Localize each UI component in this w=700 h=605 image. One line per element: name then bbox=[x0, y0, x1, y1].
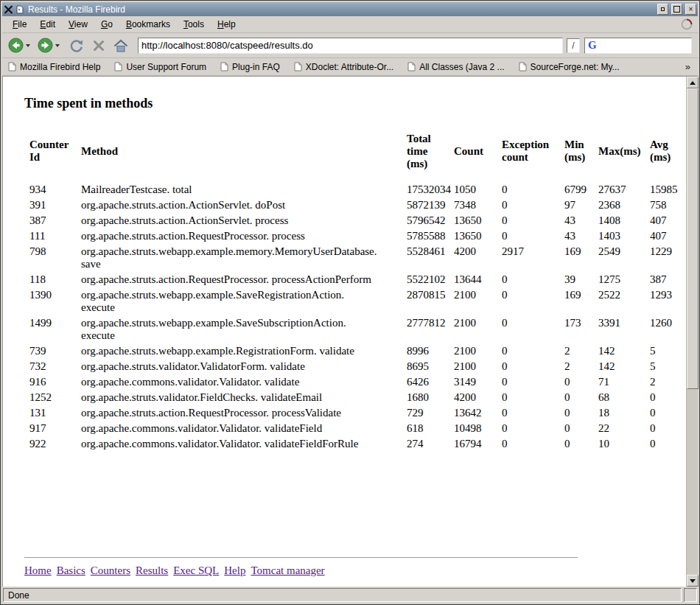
cell-exception-count: 0 bbox=[502, 390, 564, 405]
cell-avg: 0 bbox=[650, 421, 686, 436]
url-go-button[interactable]: / bbox=[567, 38, 580, 53]
url-bar[interactable] bbox=[138, 38, 563, 54]
minimize-button[interactable] bbox=[657, 4, 668, 15]
cell-count: 1050 bbox=[454, 182, 502, 197]
stop-button[interactable] bbox=[89, 36, 108, 55]
close-button[interactable]: × bbox=[685, 4, 696, 15]
cell-total-time: 5522102 bbox=[407, 272, 454, 287]
cell-max: 1408 bbox=[598, 213, 650, 228]
bookmark-label: Mozilla Firebird Help bbox=[20, 62, 100, 72]
column-header: Exception count bbox=[502, 129, 564, 182]
minimize-icon bbox=[661, 7, 665, 11]
bookmarks-overflow-chevron[interactable]: » bbox=[684, 61, 692, 72]
menu-item[interactable]: Help bbox=[211, 17, 242, 32]
content-area: Time spent in methods Counter IdMethodTo… bbox=[2, 76, 698, 587]
bookmarks-toolbar: Mozilla Firebird Help User Support Forum… bbox=[2, 58, 698, 76]
forward-dropdown[interactable] bbox=[53, 38, 61, 53]
cell-exception-count: 0 bbox=[502, 343, 564, 359]
scroll-up-button[interactable] bbox=[687, 77, 699, 88]
cell-exception-count: 0 bbox=[502, 287, 564, 315]
cell-method: org.apache.struts.action.RequestProcesso… bbox=[81, 272, 407, 287]
table-row: 387 org.apache.struts.action.ActionServl… bbox=[29, 213, 686, 228]
footer-link[interactable]: Tomcat manager bbox=[251, 564, 324, 576]
table-body: 934 MailreaderTestcase. total 17532034 1… bbox=[29, 182, 686, 452]
menu-item[interactable]: Edit bbox=[33, 17, 62, 32]
bookmark-item[interactable]: XDoclet: Attribute-Or... bbox=[294, 62, 393, 72]
cell-max: 2368 bbox=[598, 197, 650, 213]
bookmark-item[interactable]: User Support Forum bbox=[114, 62, 206, 72]
cell-count: 4200 bbox=[454, 244, 502, 272]
chevron-down-icon bbox=[55, 44, 60, 47]
home-button[interactable] bbox=[111, 36, 130, 55]
table-row: 1252 org.apache.struts.validator.FieldCh… bbox=[29, 390, 686, 405]
resize-grip[interactable] bbox=[684, 588, 697, 602]
cell-method: MailreaderTestcase. total bbox=[81, 182, 407, 197]
footer-link[interactable]: Exec SQL bbox=[173, 564, 219, 576]
cell-method: org.apache.commons.validator.Validator. … bbox=[81, 436, 407, 452]
footer-link[interactable]: Help bbox=[224, 564, 245, 576]
cell-counter-id: 916 bbox=[29, 374, 81, 390]
menu-item[interactable]: Tools bbox=[177, 17, 211, 32]
maximize-button[interactable] bbox=[671, 4, 682, 15]
table-row: 111 org.apache.struts.action.RequestProc… bbox=[29, 228, 686, 244]
cell-counter-id: 917 bbox=[29, 421, 81, 436]
cell-max: 142 bbox=[598, 359, 650, 374]
scroll-down-button[interactable] bbox=[687, 575, 699, 587]
menu-item[interactable]: View bbox=[62, 17, 94, 32]
cell-count: 13644 bbox=[454, 272, 502, 287]
cell-exception-count: 0 bbox=[502, 359, 564, 374]
cell-counter-id: 798 bbox=[29, 244, 81, 272]
footer-link[interactable]: Results bbox=[136, 564, 168, 576]
cell-counter-id: 1499 bbox=[29, 315, 81, 343]
bookmark-label: XDoclet: Attribute-Or... bbox=[306, 62, 393, 72]
cell-min: 0 bbox=[564, 421, 598, 436]
reload-button[interactable] bbox=[67, 36, 86, 55]
back-dropdown[interactable] bbox=[24, 38, 32, 53]
cell-max: 18 bbox=[598, 405, 650, 421]
vertical-scrollbar[interactable] bbox=[686, 77, 698, 587]
search-bar[interactable]: G bbox=[584, 38, 692, 54]
search-input[interactable] bbox=[600, 40, 688, 51]
cell-counter-id: 118 bbox=[29, 272, 81, 287]
back-button[interactable] bbox=[8, 38, 24, 53]
cell-avg: 1293 bbox=[650, 287, 686, 315]
cell-max: 10 bbox=[598, 436, 650, 452]
cell-max: 2549 bbox=[598, 244, 650, 272]
cell-exception-count: 0 bbox=[502, 213, 564, 228]
cell-method: org.apache.commons.validator.Validator. … bbox=[81, 421, 407, 436]
table-row: 1499 org.apache.struts.webapp.example.Sa… bbox=[29, 315, 686, 343]
menu-item[interactable]: File bbox=[6, 17, 33, 32]
table-row: 739 org.apache.struts.webapp.example.Reg… bbox=[29, 343, 686, 359]
bookmark-page-icon bbox=[114, 62, 122, 71]
close-icon: × bbox=[689, 6, 693, 13]
cell-total-time: 6426 bbox=[407, 374, 454, 390]
cell-avg: 1229 bbox=[650, 244, 686, 272]
cell-exception-count: 0 bbox=[502, 374, 564, 390]
bookmark-page-icon bbox=[220, 62, 228, 71]
cell-avg: 407 bbox=[650, 213, 686, 228]
cell-method: org.apache.struts.action.RequestProcesso… bbox=[81, 228, 407, 244]
page-icon bbox=[16, 5, 24, 14]
cell-avg: 0 bbox=[650, 405, 686, 421]
table-row: 916 org.apache.commons.validator.Validat… bbox=[29, 374, 686, 390]
status-text: Done bbox=[3, 588, 682, 602]
cell-method: org.apache.struts.webapp.example.SaveReg… bbox=[81, 287, 407, 315]
bookmark-item[interactable]: SourceForge.net: My... bbox=[519, 62, 620, 72]
bookmark-item[interactable]: Mozilla Firebird Help bbox=[8, 62, 100, 72]
table-row: 391 org.apache.struts.action.ActionServl… bbox=[29, 197, 686, 213]
menu-item[interactable]: Go bbox=[94, 17, 119, 32]
forward-button[interactable] bbox=[38, 38, 53, 53]
column-header: Counter Id bbox=[29, 129, 81, 182]
page-title: Time spent in methods bbox=[24, 96, 686, 111]
menu-item[interactable]: Bookmarks bbox=[119, 17, 177, 32]
footer-link[interactable]: Home bbox=[24, 564, 52, 576]
page-viewport: Time spent in methods Counter IdMethodTo… bbox=[3, 77, 686, 587]
footer-link[interactable]: Counters bbox=[91, 564, 130, 576]
scrollbar-thumb[interactable] bbox=[687, 88, 699, 389]
url-input[interactable] bbox=[141, 40, 559, 51]
cell-avg: 5 bbox=[650, 359, 686, 374]
bookmark-item[interactable]: Plug-in FAQ bbox=[220, 62, 280, 72]
footer-link[interactable]: Basics bbox=[57, 564, 85, 576]
bookmark-item[interactable]: All Classes (Java 2 ... bbox=[407, 62, 504, 72]
navigation-toolbar: / G bbox=[2, 33, 698, 58]
